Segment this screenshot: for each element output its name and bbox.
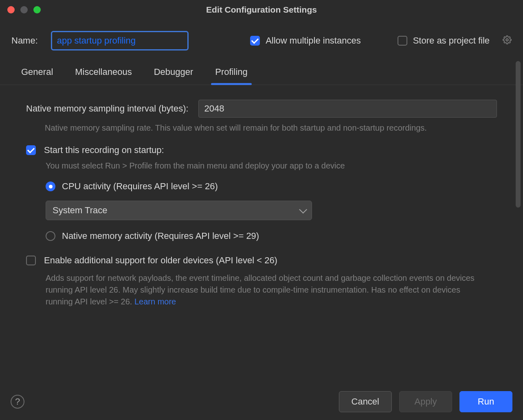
interval-hint: Native memory sampling rate. This value … bbox=[45, 123, 497, 133]
allow-multiple-checkbox[interactable] bbox=[250, 36, 260, 46]
radio-native[interactable] bbox=[46, 231, 55, 241]
radio-native-row[interactable]: Native memory activity (Requires API lev… bbox=[46, 231, 497, 241]
older-devices-desc-text: Adds support for network payloads, the e… bbox=[46, 273, 475, 306]
startup-row[interactable]: Start this recording on startup: bbox=[26, 145, 497, 155]
traffic-lights bbox=[7, 6, 41, 13]
scrollbar[interactable] bbox=[516, 61, 521, 208]
startup-hint: You must select Run > Profile from the m… bbox=[46, 161, 497, 171]
radio-cpu-row[interactable]: CPU activity (Requires API level >= 26) bbox=[46, 181, 497, 192]
tab-miscellaneous[interactable]: Miscellaneous bbox=[73, 60, 134, 85]
run-button[interactable]: Run bbox=[459, 391, 512, 412]
startup-checkbox[interactable] bbox=[26, 145, 36, 155]
older-devices-row[interactable]: Enable additional support for older devi… bbox=[26, 255, 497, 266]
window-title: Edit Configuration Settings bbox=[0, 5, 523, 15]
store-project-checkbox[interactable] bbox=[398, 36, 407, 46]
tabs: General Miscellaneous Debugger Profiling bbox=[0, 60, 523, 85]
older-devices-checkbox[interactable] bbox=[26, 256, 36, 265]
tab-general[interactable]: General bbox=[19, 60, 55, 85]
chevron-down-icon bbox=[299, 206, 307, 214]
allow-multiple-label: Allow multiple instances bbox=[266, 35, 361, 46]
name-label: Name: bbox=[11, 35, 38, 46]
window-zoom-icon[interactable] bbox=[33, 6, 41, 13]
interval-row: Native memory sampling interval (bytes): bbox=[26, 100, 497, 118]
store-project-row[interactable]: Store as project file bbox=[398, 35, 490, 46]
radio-cpu-label: CPU activity (Requires API level >= 26) bbox=[62, 181, 218, 192]
interval-input[interactable] bbox=[198, 100, 497, 118]
tab-debugger[interactable]: Debugger bbox=[152, 60, 196, 85]
footer: ? Cancel Apply Run bbox=[0, 383, 523, 420]
older-devices-label: Enable additional support for older devi… bbox=[44, 255, 277, 266]
radio-cpu[interactable] bbox=[46, 182, 55, 191]
learn-more-link[interactable]: Learn more bbox=[134, 297, 176, 306]
name-input[interactable] bbox=[51, 31, 189, 50]
tab-profiling[interactable]: Profiling bbox=[213, 60, 250, 85]
older-devices-desc: Adds support for network payloads, the e… bbox=[46, 272, 477, 308]
help-button[interactable]: ? bbox=[11, 395, 24, 409]
svg-point-0 bbox=[506, 39, 508, 41]
gear-icon[interactable] bbox=[503, 35, 512, 46]
cancel-button[interactable]: Cancel bbox=[339, 391, 392, 412]
allow-multiple-row[interactable]: Allow multiple instances bbox=[250, 35, 361, 46]
trace-select[interactable]: System Trace bbox=[46, 201, 312, 220]
apply-button: Apply bbox=[399, 391, 452, 412]
interval-label: Native memory sampling interval (bytes): bbox=[26, 103, 189, 114]
name-row: Name: Allow multiple instances Store as … bbox=[0, 20, 523, 60]
window-minimize-icon bbox=[20, 6, 28, 13]
store-project-label: Store as project file bbox=[413, 35, 490, 46]
window-close-icon[interactable] bbox=[7, 6, 15, 13]
radio-native-label: Native memory activity (Requires API lev… bbox=[62, 231, 259, 241]
trace-select-value: System Trace bbox=[53, 205, 107, 216]
startup-label: Start this recording on startup: bbox=[44, 145, 164, 155]
profiling-content: Native memory sampling interval (bytes):… bbox=[0, 85, 523, 308]
titlebar: Edit Configuration Settings bbox=[0, 0, 523, 20]
